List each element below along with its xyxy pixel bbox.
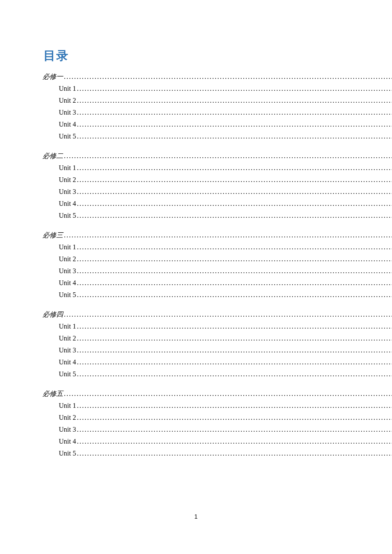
- toc-leader: [76, 371, 392, 378]
- toc-item: Unit 17: [59, 164, 392, 171]
- toc-leader: [76, 212, 392, 219]
- toc-item: Unit 521: [59, 371, 392, 378]
- toc-item: Unit 38: [59, 188, 392, 195]
- toc-leader: [76, 335, 392, 342]
- toc-leader: [76, 97, 392, 104]
- toc-item-label: Unit 5: [59, 291, 76, 298]
- toc-item-label: Unit 1: [59, 402, 76, 409]
- toc-leader: [76, 280, 392, 286]
- toc-item: Unit 325: [59, 426, 392, 433]
- toc-item: Unit 410: [59, 200, 392, 207]
- toc-gap: [43, 145, 392, 153]
- toc-leader: [76, 291, 392, 298]
- page: 目录 必修一2Unit 12Unit 23Unit 34Unit 44Unit …: [0, 0, 392, 554]
- toc-item: Unit 112: [59, 244, 392, 251]
- toc-leader: [76, 176, 392, 183]
- toc-gap: [43, 303, 392, 311]
- toc-item-label: Unit 5: [59, 450, 76, 457]
- toc-leader: [76, 109, 392, 116]
- toc-leader: [76, 438, 392, 445]
- toc-heading-label: 必修五: [43, 390, 63, 397]
- toc-leader: [76, 244, 392, 251]
- toc-item: Unit 319: [59, 347, 392, 354]
- toc-item-label: Unit 4: [59, 359, 76, 366]
- toc-item: Unit 123: [59, 402, 392, 409]
- toc-item: Unit 44: [59, 121, 392, 128]
- toc-leader: [76, 402, 392, 409]
- toc-item: Unit 213: [59, 256, 392, 263]
- toc-item-label: Unit 5: [59, 371, 76, 378]
- toc-leader: [63, 232, 392, 239]
- page-title: 目录: [43, 48, 349, 64]
- toc-item: Unit 219: [59, 335, 392, 342]
- toc-leader: [63, 390, 392, 397]
- toc-item: Unit 421: [59, 359, 392, 366]
- toc-leader: [76, 256, 392, 263]
- toc-item: Unit 23: [59, 97, 392, 104]
- toc-leader: [76, 450, 392, 457]
- toc-item-label: Unit 2: [59, 335, 76, 342]
- toc-heading: 必修五23: [43, 390, 392, 397]
- toc-leader: [76, 323, 392, 330]
- toc-leader: [76, 85, 392, 92]
- toc-item-label: Unit 1: [59, 244, 76, 251]
- toc-item: Unit 511: [59, 212, 392, 219]
- toc-item-label: Unit 1: [59, 164, 76, 171]
- toc-item-label: Unit 2: [59, 97, 76, 104]
- toc-item: Unit 28: [59, 176, 392, 183]
- toc-item: Unit 118: [59, 323, 392, 330]
- toc-item-label: Unit 1: [59, 85, 76, 92]
- toc-item-label: Unit 2: [59, 414, 76, 421]
- toc-item-label: Unit 3: [59, 347, 76, 354]
- toc-item: Unit 426: [59, 438, 392, 445]
- toc-item-label: Unit 3: [59, 109, 76, 116]
- toc-item: Unit 527: [59, 450, 392, 457]
- toc-leader: [76, 414, 392, 421]
- toc-leader: [76, 359, 392, 366]
- toc-item: Unit 415: [59, 280, 392, 286]
- toc-item: Unit 516: [59, 291, 392, 298]
- toc-leader: [76, 426, 392, 433]
- toc-columns: 必修一2Unit 12Unit 23Unit 34Unit 44Unit 55必…: [43, 73, 349, 462]
- toc-heading: 必修三12: [43, 232, 392, 239]
- toc-item-label: Unit 3: [59, 188, 76, 195]
- toc-leader: [63, 73, 392, 80]
- toc-item-label: Unit 1: [59, 323, 76, 330]
- toc-leader: [76, 188, 392, 195]
- toc-item-label: Unit 4: [59, 200, 76, 207]
- toc-heading: 必修四18: [43, 311, 392, 318]
- toc-leader: [76, 164, 392, 171]
- toc-leader: [76, 200, 392, 207]
- toc-item-label: Unit 5: [59, 133, 76, 140]
- toc-heading-label: 必修二: [43, 153, 63, 159]
- toc-heading-label: 必修三: [43, 232, 63, 239]
- toc-leader: [76, 268, 392, 274]
- toc-item-label: Unit 2: [59, 256, 76, 263]
- toc-item: Unit 224: [59, 414, 392, 421]
- toc-item-label: Unit 3: [59, 268, 76, 274]
- toc-heading-label: 必修一: [43, 73, 63, 80]
- toc-heading-label: 必修四: [43, 311, 63, 318]
- toc-item-label: Unit 3: [59, 426, 76, 433]
- toc-item: Unit 314: [59, 268, 392, 274]
- toc-leader: [76, 347, 392, 354]
- toc-gap: [43, 224, 392, 232]
- toc-leader: [63, 153, 392, 159]
- toc-item: Unit 34: [59, 109, 392, 116]
- toc-column-left: 必修一2Unit 12Unit 23Unit 34Unit 44Unit 55必…: [43, 73, 392, 462]
- toc-item-label: Unit 4: [59, 121, 76, 128]
- page-number: 1: [0, 513, 392, 520]
- toc-item: Unit 12: [59, 85, 392, 92]
- toc-leader: [76, 133, 392, 140]
- toc-item-label: Unit 4: [59, 438, 76, 445]
- toc-heading: 必修二7: [43, 153, 392, 159]
- toc-item: Unit 55: [59, 133, 392, 140]
- toc-item-label: Unit 5: [59, 212, 76, 219]
- toc-item-label: Unit 2: [59, 176, 76, 183]
- toc-item-label: Unit 4: [59, 280, 76, 286]
- toc-leader: [76, 121, 392, 128]
- toc-heading: 必修一2: [43, 73, 392, 80]
- toc-gap: [43, 383, 392, 390]
- toc-leader: [63, 311, 392, 318]
